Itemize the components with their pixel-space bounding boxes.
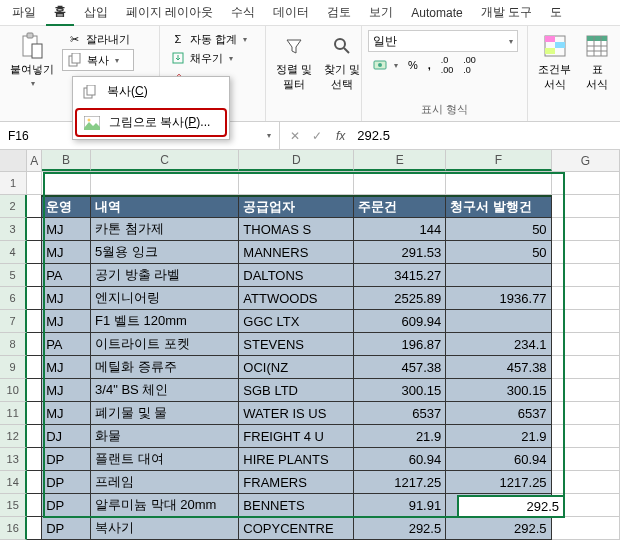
conditional-format-button[interactable]: 조건부 서식	[534, 30, 575, 94]
decrease-decimal-button[interactable]: .00.0	[459, 54, 480, 76]
cell[interactable]: DP	[42, 448, 91, 471]
cell[interactable]: 50	[446, 218, 551, 241]
cell[interactable]: 알루미늄 막대 20mm	[91, 494, 239, 517]
cell[interactable]	[27, 471, 42, 494]
table-format-button[interactable]: 표 서식	[579, 30, 615, 94]
cell[interactable]	[354, 172, 446, 195]
menu-data[interactable]: 데이터	[265, 0, 317, 25]
cell[interactable]	[552, 425, 620, 448]
cell[interactable]: FREIGHT 4 U	[239, 425, 354, 448]
cell[interactable]: FRAMERS	[239, 471, 354, 494]
cell[interactable]: 300.15	[354, 379, 446, 402]
cell[interactable]: 6537	[446, 402, 551, 425]
cell[interactable]: 5월용 잉크	[91, 241, 239, 264]
row-header[interactable]: 12	[0, 425, 27, 448]
row-header[interactable]: 13	[0, 448, 27, 471]
cell[interactable]: 3415.27	[354, 264, 446, 287]
enter-formula-button[interactable]: ✓	[308, 129, 326, 143]
row-header[interactable]: 6	[0, 287, 27, 310]
currency-button[interactable]: ▾	[368, 54, 402, 76]
col-header-A[interactable]: A	[27, 150, 42, 171]
cell[interactable]: 292.5	[446, 517, 551, 540]
row-header[interactable]: 9	[0, 356, 27, 379]
cell[interactable]: 91.91	[354, 494, 446, 517]
cell[interactable]: 공급업자	[239, 195, 354, 218]
cell[interactable]: 609.94	[354, 310, 446, 333]
cell[interactable]	[552, 287, 620, 310]
col-header-B[interactable]: B	[42, 150, 91, 171]
cell[interactable]: MJ	[42, 287, 91, 310]
cell[interactable]	[27, 264, 42, 287]
cell[interactable]	[27, 517, 42, 540]
col-header-C[interactable]: C	[91, 150, 239, 171]
cell[interactable]: 2525.89	[354, 287, 446, 310]
cancel-formula-button[interactable]: ✕	[286, 129, 304, 143]
cell[interactable]: BENNETS	[239, 494, 354, 517]
cell[interactable]: 60.94	[354, 448, 446, 471]
copy-menu-copy-as-picture[interactable]: 그림으로 복사(P)...	[75, 108, 227, 137]
menu-page-layout[interactable]: 페이지 레이아웃	[118, 0, 221, 25]
row-header[interactable]: 11	[0, 402, 27, 425]
cell[interactable]: 21.9	[446, 425, 551, 448]
cell[interactable]	[27, 218, 42, 241]
cell[interactable]	[446, 264, 551, 287]
menu-insert[interactable]: 삽입	[76, 0, 116, 25]
cell[interactable]: 프레임	[91, 471, 239, 494]
cell[interactable]: OCI(NZ	[239, 356, 354, 379]
cell[interactable]	[446, 172, 551, 195]
cell[interactable]: DJ	[42, 425, 91, 448]
cell[interactable]	[552, 195, 620, 218]
col-header-D[interactable]: D	[239, 150, 354, 171]
cell[interactable]: HIRE PLANTS	[239, 448, 354, 471]
cell[interactable]	[27, 195, 42, 218]
fill-button[interactable]: 채우기 ▾	[166, 49, 251, 67]
cell[interactable]	[91, 172, 239, 195]
sort-filter-button[interactable]: 정렬 및 필터	[272, 30, 316, 94]
cell[interactable]: 21.9	[354, 425, 446, 448]
cell[interactable]	[27, 356, 42, 379]
menu-review[interactable]: 검토	[319, 0, 359, 25]
cell[interactable]: DP	[42, 471, 91, 494]
cell[interactable]: SGB LTD	[239, 379, 354, 402]
cell[interactable]: WATER IS US	[239, 402, 354, 425]
cell[interactable]	[27, 241, 42, 264]
cell[interactable]	[552, 356, 620, 379]
row-header[interactable]: 7	[0, 310, 27, 333]
cell[interactable]	[27, 425, 42, 448]
cell[interactable]	[552, 379, 620, 402]
cell[interactable]: 이트라이트 포켓	[91, 333, 239, 356]
cell[interactable]: 내역	[91, 195, 239, 218]
cell[interactable]	[27, 379, 42, 402]
cell[interactable]: MANNERS	[239, 241, 354, 264]
cell[interactable]: 복사기	[91, 517, 239, 540]
cell[interactable]: 주문건	[354, 195, 446, 218]
row-header[interactable]: 4	[0, 241, 27, 264]
cell[interactable]: 1936.77	[446, 287, 551, 310]
cell[interactable]: MJ	[42, 310, 91, 333]
cell[interactable]: 3/4" BS 체인	[91, 379, 239, 402]
cell[interactable]	[552, 517, 620, 540]
cell[interactable]	[42, 172, 91, 195]
menu-developer[interactable]: 개발 도구	[473, 0, 540, 25]
cell[interactable]: 291.53	[354, 241, 446, 264]
cell[interactable]: DALTONS	[239, 264, 354, 287]
cell[interactable]: 50	[446, 241, 551, 264]
cell[interactable]: F1 벨트 120mm	[91, 310, 239, 333]
cell[interactable]: COPYCENTRE	[239, 517, 354, 540]
cell[interactable]	[239, 172, 354, 195]
increase-decimal-button[interactable]: .0.00	[437, 54, 458, 76]
cell[interactable]: 457.38	[354, 356, 446, 379]
cell[interactable]	[27, 494, 42, 517]
row-header[interactable]: 14	[0, 471, 27, 494]
cell[interactable]	[552, 471, 620, 494]
menu-automate[interactable]: Automate	[403, 2, 470, 24]
cell[interactable]: 폐기물 및 물	[91, 402, 239, 425]
row-header[interactable]: 3	[0, 218, 27, 241]
select-all-corner[interactable]	[0, 150, 27, 171]
formula-input[interactable]: 292.5	[349, 128, 398, 143]
paste-button[interactable]: 붙여넣기 ▾	[6, 30, 58, 90]
cell[interactable]: MJ	[42, 218, 91, 241]
cell[interactable]: 144	[354, 218, 446, 241]
cell[interactable]	[552, 402, 620, 425]
cell[interactable]	[27, 402, 42, 425]
